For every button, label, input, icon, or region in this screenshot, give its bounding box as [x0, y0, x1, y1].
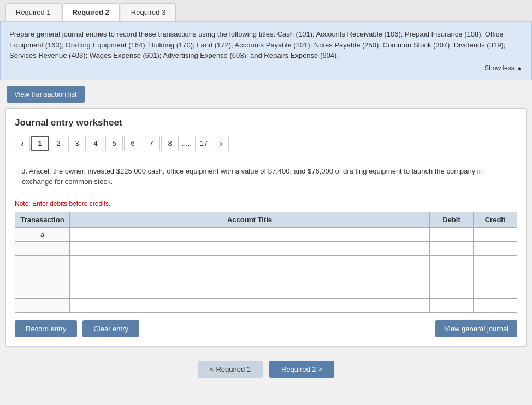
credit-input-1[interactable]: [474, 228, 517, 241]
debit-input-cell-6[interactable]: [430, 298, 474, 312]
tab-required3[interactable]: Required 3: [121, 3, 176, 21]
show-less-label: Show less ▲: [484, 64, 523, 72]
credit-input-cell-6[interactable]: [474, 298, 517, 312]
credit-input-cell-2[interactable]: [474, 241, 517, 255]
tab-required2[interactable]: Required 2: [62, 3, 120, 21]
account-input-cell-4[interactable]: [70, 270, 430, 284]
worksheet-title: Journal entry worksheet: [15, 117, 517, 128]
page-17[interactable]: 17: [195, 136, 212, 151]
account-input-cell-3[interactable]: [70, 255, 430, 270]
header-account: Account Title: [70, 212, 430, 227]
account-input-cell-2[interactable]: [70, 241, 430, 255]
credit-input-5[interactable]: [474, 284, 517, 298]
account-input-cell-5[interactable]: [70, 284, 430, 298]
page-1[interactable]: 1: [31, 136, 49, 151]
page-6[interactable]: 6: [124, 136, 141, 151]
credit-input-cell-5[interactable]: [474, 284, 517, 298]
credit-input-4[interactable]: [474, 270, 517, 284]
account-input-4[interactable]: [70, 270, 429, 284]
table-row: [15, 270, 517, 284]
account-input-5[interactable]: [70, 284, 429, 298]
header-transaction: Tranasaction: [15, 212, 70, 227]
worksheet-container: Journal entry worksheet ‹ 1 2 3 4 5 6 7 …: [5, 108, 527, 347]
page-3[interactable]: 3: [68, 136, 86, 151]
scenario-text: J. Aracel, the owner, invested $225,000 …: [22, 167, 483, 186]
journal-table: Tranasaction Account Title Debit Credit …: [15, 212, 517, 313]
view-transaction-button[interactable]: View transaction list: [7, 86, 85, 103]
tab-required1[interactable]: Required 1: [5, 3, 61, 21]
table-row: [15, 255, 517, 270]
header-debit: Debit: [430, 212, 474, 227]
transaction-cell-3: [15, 255, 70, 270]
debit-input-3[interactable]: [430, 256, 473, 270]
bottom-nav: < Required 1 Required 2 >: [0, 353, 532, 386]
view-general-journal-button[interactable]: View general journal: [435, 320, 517, 337]
instructions-box: Prepare general journal entries to recor…: [0, 22, 532, 80]
credit-input-3[interactable]: [474, 256, 517, 270]
prev-required-button[interactable]: < Required 1: [198, 361, 263, 378]
transaction-cell-4: [15, 270, 70, 284]
page-7[interactable]: 7: [143, 136, 160, 151]
scenario-box: J. Aracel, the owner, invested $225,000 …: [15, 159, 517, 194]
transaction-cell-6: [15, 298, 70, 312]
debit-input-2[interactable]: [430, 242, 473, 255]
debit-input-4[interactable]: [430, 270, 473, 284]
credit-input-6[interactable]: [474, 299, 517, 312]
debit-input-cell-5[interactable]: [430, 284, 474, 298]
page-8[interactable]: 8: [161, 136, 179, 151]
page-2[interactable]: 2: [50, 136, 67, 151]
page-4[interactable]: 4: [87, 136, 104, 151]
action-buttons: Record entry Clear entry View general jo…: [15, 320, 517, 337]
account-input-1[interactable]: [70, 228, 429, 241]
show-less-button[interactable]: Show less ▲: [9, 63, 523, 73]
account-input-2[interactable]: [70, 242, 429, 255]
debit-input-cell-3[interactable]: [430, 255, 474, 270]
next-required-button[interactable]: Required 2 >: [269, 361, 334, 378]
account-input-cell-1[interactable]: [70, 227, 430, 241]
instructions-text: Prepare general journal entries to recor…: [9, 30, 505, 59]
account-input-cell-6[interactable]: [70, 298, 430, 312]
debit-input-cell-1[interactable]: [430, 227, 474, 241]
transaction-cell-1: a: [15, 227, 70, 241]
page-5[interactable]: 5: [105, 136, 123, 151]
debit-input-5[interactable]: [430, 284, 473, 298]
transaction-cell-2: [15, 241, 70, 255]
table-row: [15, 298, 517, 312]
table-row: [15, 284, 517, 298]
credit-input-2[interactable]: [474, 242, 517, 255]
clear-entry-button[interactable]: Clear entry: [82, 320, 139, 337]
next-page-button[interactable]: ›: [214, 136, 229, 151]
record-entry-button[interactable]: Record entry: [15, 320, 77, 337]
page-dots: .....: [180, 139, 194, 147]
transaction-cell-5: [15, 284, 70, 298]
credit-input-cell-3[interactable]: [474, 255, 517, 270]
account-input-3[interactable]: [70, 256, 429, 270]
debit-input-cell-2[interactable]: [430, 241, 474, 255]
table-row: a: [15, 227, 517, 241]
table-row: [15, 241, 517, 255]
pagination: ‹ 1 2 3 4 5 6 7 8 ..... 17 ›: [15, 136, 517, 151]
debit-input-cell-4[interactable]: [430, 270, 474, 284]
debit-input-1[interactable]: [430, 228, 473, 241]
note-text: Note: Enter debits before credits.: [15, 200, 517, 207]
debit-input-6[interactable]: [430, 299, 473, 312]
credit-input-cell-1[interactable]: [474, 227, 517, 241]
prev-page-button[interactable]: ‹: [15, 136, 30, 151]
account-input-6[interactable]: [70, 299, 429, 312]
header-credit: Credit: [474, 212, 517, 227]
credit-input-cell-4[interactable]: [474, 270, 517, 284]
tabs-bar: Required 1 Required 2 Required 3: [0, 0, 532, 22]
